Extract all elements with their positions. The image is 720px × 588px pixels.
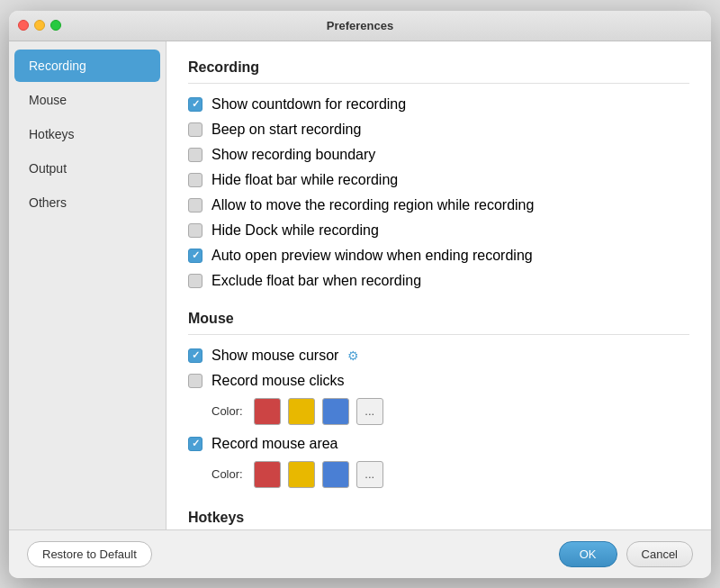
hotkeys-section-title: Hotkeys: [188, 510, 689, 529]
clicks-color-more[interactable]: ...: [356, 398, 383, 425]
clicks-color-yellow[interactable]: [288, 398, 315, 425]
checkbox-hide-dock[interactable]: Hide Dock while recording: [188, 222, 689, 239]
restore-default-button[interactable]: Restore to Default: [27, 541, 152, 567]
mouse-section: Mouse Show mouse cursor ⚙ Record mouse c…: [188, 311, 689, 488]
area-color-more[interactable]: ...: [356, 461, 383, 488]
checkbox-record-area-input[interactable]: [188, 437, 202, 451]
clicks-color-label: Color:: [212, 404, 243, 418]
footer: Restore to Default OK Cancel: [9, 529, 711, 578]
area-color-yellow[interactable]: [288, 461, 315, 488]
checkbox-beep-on-start[interactable]: Beep on start recording: [188, 122, 689, 138]
content-area: Recording Show countdown for recording B…: [166, 41, 711, 529]
checkbox-record-area[interactable]: Record mouse area: [188, 436, 689, 452]
checkbox-show-countdown[interactable]: Show countdown for recording: [188, 96, 689, 113]
hotkeys-section: Hotkeys: [188, 510, 689, 529]
checkbox-hide-dock-input[interactable]: [188, 223, 202, 238]
cursor-settings-icon[interactable]: ⚙: [347, 348, 359, 363]
ok-button[interactable]: OK: [559, 541, 617, 567]
clicks-color-blue[interactable]: [322, 398, 349, 425]
checkbox-allow-move[interactable]: Allow to move the recording region while…: [188, 197, 689, 213]
checkbox-hide-float-bar[interactable]: Hide float bar while recording: [188, 172, 689, 188]
traffic-lights: [18, 20, 61, 31]
checkbox-show-boundary[interactable]: Show recording boundary: [188, 147, 689, 163]
close-button[interactable]: [18, 20, 29, 31]
checkbox-beep-on-start-input[interactable]: [188, 122, 202, 137]
mouse-section-title: Mouse: [188, 311, 689, 335]
maximize-button[interactable]: [50, 20, 61, 31]
clicks-color-red[interactable]: [254, 398, 281, 425]
window-title: Preferences: [327, 19, 393, 32]
sidebar-item-recording[interactable]: Recording: [14, 50, 160, 82]
checkbox-record-clicks[interactable]: Record mouse clicks: [188, 373, 689, 389]
sidebar-item-mouse[interactable]: Mouse: [14, 84, 160, 116]
sidebar-item-hotkeys[interactable]: Hotkeys: [14, 118, 160, 150]
checkbox-record-clicks-input[interactable]: [188, 374, 202, 388]
recording-section-title: Recording: [188, 59, 689, 84]
sidebar-item-output[interactable]: Output: [14, 152, 160, 185]
checkbox-show-boundary-input[interactable]: [188, 148, 202, 162]
checkbox-allow-move-input[interactable]: [188, 198, 202, 213]
sidebar: Recording Mouse Hotkeys Output Others: [9, 41, 166, 529]
clicks-color-row: Color: ...: [212, 398, 689, 425]
footer-buttons: OK Cancel: [559, 541, 693, 567]
area-color-row: Color: ...: [212, 461, 689, 488]
preferences-window: Preferences Recording Mouse Hotkeys Outp…: [9, 11, 711, 578]
checkbox-show-countdown-input[interactable]: [188, 97, 202, 112]
main-content: Recording Mouse Hotkeys Output Others Re…: [9, 41, 711, 529]
area-color-red[interactable]: [254, 461, 281, 488]
area-color-label: Color:: [212, 467, 243, 481]
minimize-button[interactable]: [34, 20, 45, 31]
checkbox-auto-open-input[interactable]: [188, 249, 202, 263]
sidebar-item-others[interactable]: Others: [14, 186, 160, 219]
area-color-blue[interactable]: [322, 461, 349, 488]
checkbox-show-cursor[interactable]: Show mouse cursor ⚙: [188, 348, 689, 364]
checkbox-exclude-float-input[interactable]: [188, 274, 202, 288]
checkbox-show-cursor-input[interactable]: [188, 348, 202, 363]
checkbox-auto-open[interactable]: Auto open preview window when ending rec…: [188, 248, 689, 264]
recording-section: Recording Show countdown for recording B…: [188, 59, 689, 289]
titlebar: Preferences: [9, 11, 711, 41]
checkbox-hide-float-bar-input[interactable]: [188, 173, 202, 187]
cancel-button[interactable]: Cancel: [626, 541, 693, 567]
checkbox-exclude-float[interactable]: Exclude float bar when recording: [188, 273, 689, 289]
